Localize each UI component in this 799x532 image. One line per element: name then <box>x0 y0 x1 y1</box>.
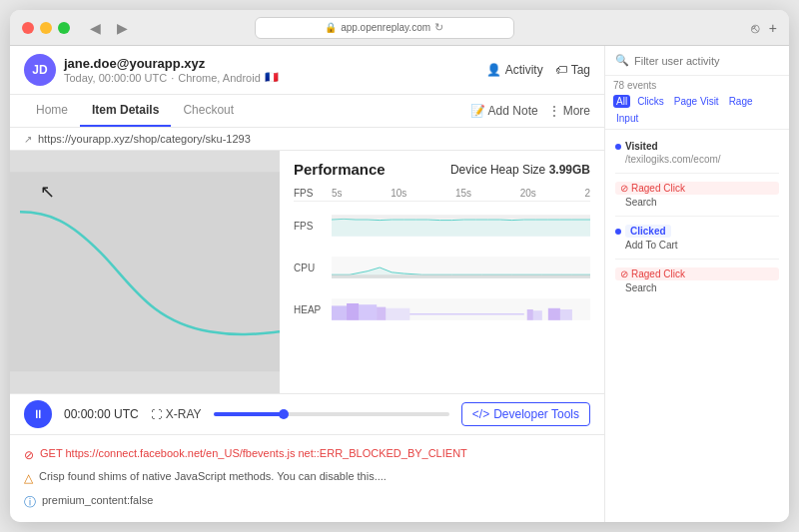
svg-rect-3 <box>332 215 590 219</box>
click-sub: Add To Cart <box>615 240 779 251</box>
svg-rect-11 <box>377 307 386 320</box>
xray-button[interactable]: ⛶ X-RAY <box>151 407 202 421</box>
event-rage-1: ⊘ Raged Click Search <box>605 177 789 213</box>
heap-chart <box>332 291 590 327</box>
event-divider-1 <box>615 173 779 174</box>
rage-icon-2: ⊘ <box>620 268 628 279</box>
svg-rect-14 <box>527 309 533 320</box>
search-input[interactable] <box>634 55 779 67</box>
video-pane: ↖ <box>10 151 280 393</box>
dots-icon: ⋮ <box>548 104 560 118</box>
session-info: JD jane.doe@yourapp.xyz Today, 00:00:00 … <box>24 54 279 86</box>
session-flag: 🇫🇷 <box>265 71 279 84</box>
fps-ruler-label: FPS <box>294 188 332 199</box>
playback-bar: ⏸ 00:00:00 UTC ⛶ X-RAY </> Developer Too… <box>10 393 604 434</box>
log-item-info: ⓘ premium_content:false <box>24 490 590 514</box>
error-icon: ⊘ <box>24 447 34 464</box>
rage-label-2: Raged Click <box>631 268 685 279</box>
tick-5s: 5s <box>332 188 343 199</box>
title-bar: ◀ ▶ 🔒 app.openreplay.com ↻ ⎋ + <box>10 10 789 46</box>
nav-tabs: Home Item Details Checkout 📝 Add Note ⋮ … <box>10 95 604 128</box>
fps-chart <box>332 208 590 244</box>
dev-tools-label: Developer Tools <box>493 407 579 421</box>
perf-header: Performance Device Heap Size 3.99GB <box>294 161 590 178</box>
log-text-error: GET https://connect.facebook.net/en_US/f… <box>40 446 467 461</box>
heap-value: 3.99GB <box>549 163 590 177</box>
filter-input[interactable]: Input <box>613 112 641 125</box>
cpu-label: CPU <box>294 263 332 273</box>
link-icon: ↗ <box>24 134 32 145</box>
svg-rect-16 <box>548 308 560 320</box>
panel-filter-row: 78 events All Clicks Page Visit Rage Inp… <box>605 76 789 130</box>
ruler-ticks: 5s 10s 15s 20s 2 <box>332 188 590 199</box>
right-panel: 🔍 78 events All Clicks Page Visit Rage I… <box>604 46 789 522</box>
tab-actions: 📝 Add Note ⋮ More <box>470 104 590 118</box>
svg-rect-12 <box>386 308 409 320</box>
tick-15s: 15s <box>455 188 471 199</box>
click-tag: Clicked <box>625 225 671 238</box>
pause-button[interactable]: ⏸ <box>24 400 52 428</box>
more-button[interactable]: ⋮ More <box>548 104 590 118</box>
info-icon: ⓘ <box>24 494 36 511</box>
panel-search: 🔍 <box>605 46 789 76</box>
svg-rect-15 <box>533 310 542 320</box>
svg-marker-2 <box>332 219 590 236</box>
tick-2: 2 <box>584 188 590 199</box>
activity-button[interactable]: 👤 Activity <box>486 63 543 77</box>
filter-rage[interactable]: Rage <box>726 95 756 108</box>
url-display: app.openreplay.com <box>341 22 430 33</box>
session-date: Today, 00:00:00 UTC <box>64 72 167 84</box>
toolbar-right: ⎋ + <box>751 20 777 36</box>
tag-button[interactable]: 🏷 Tag <box>555 63 590 77</box>
dev-tools-button[interactable]: </> Developer Tools <box>461 402 590 426</box>
player-area: JD jane.doe@yourapp.xyz Today, 00:00:00 … <box>10 46 604 522</box>
tick-10s: 10s <box>391 188 406 199</box>
cpu-chart <box>332 250 590 285</box>
close-button[interactable] <box>22 22 34 34</box>
event-visited-label: Visited <box>615 141 779 152</box>
filter-page-visit[interactable]: Page Visit <box>671 95 722 108</box>
svg-rect-10 <box>359 304 377 320</box>
event-divider-3 <box>615 259 779 260</box>
rage-tag-1: ⊘ Raged Click <box>615 182 779 195</box>
tag-label: Tag <box>571 63 590 77</box>
search-icon: 🔍 <box>615 54 629 67</box>
performance-pane: Performance Device Heap Size 3.99GB FPS … <box>280 151 604 393</box>
forward-button[interactable]: ▶ <box>113 18 132 38</box>
event-count: 78 events <box>613 80 781 91</box>
filter-clicks[interactable]: Clicks <box>634 95 667 108</box>
log-text-info: premium_content:false <box>42 493 153 508</box>
address-bar[interactable]: 🔒 app.openreplay.com ↻ <box>255 17 514 39</box>
rage-sub-2: Search <box>615 282 779 293</box>
maximize-button[interactable] <box>58 22 70 34</box>
share-button[interactable]: ⎋ <box>751 20 759 36</box>
tab-checkout[interactable]: Checkout <box>171 95 246 127</box>
session-actions: 👤 Activity 🏷 Tag <box>486 63 590 77</box>
timestamp: 00:00:00 UTC <box>64 407 139 421</box>
svg-rect-8 <box>332 305 347 319</box>
tab-home[interactable]: Home <box>24 95 80 127</box>
warn-icon: △ <box>24 470 33 487</box>
click-label: Clicked <box>615 225 779 238</box>
log-item-warn: △ Crisp found shims of native JavaScript… <box>24 466 590 490</box>
add-note-button[interactable]: 📝 Add Note <box>470 104 538 118</box>
rage-sub-1: Search <box>615 197 779 208</box>
session-separator: · <box>171 72 174 84</box>
back-button[interactable]: ◀ <box>86 18 105 38</box>
tab-item-details[interactable]: Item Details <box>80 95 171 127</box>
pause-icon: ⏸ <box>32 407 44 421</box>
new-tab-button[interactable]: + <box>769 20 777 36</box>
main-content: JD jane.doe@yourapp.xyz Today, 00:00:00 … <box>10 46 789 522</box>
filter-all[interactable]: All <box>613 95 630 108</box>
event-visited: Visited /texilogiks.com/ecom/ <box>605 136 789 170</box>
session-user: jane.doe@yourapp.xyz <box>64 56 279 71</box>
rage-label-1: Raged Click <box>631 183 685 194</box>
visited-dot <box>615 144 621 150</box>
browser-window: ◀ ▶ 🔒 app.openreplay.com ↻ ⎋ + JD jane.d… <box>10 10 789 522</box>
add-note-label: Add Note <box>488 104 538 118</box>
progress-track[interactable] <box>214 412 449 416</box>
minimize-button[interactable] <box>40 22 52 34</box>
session-browser: Chrome, Android <box>178 72 261 84</box>
session-meta: Today, 00:00:00 UTC · Chrome, Android 🇫🇷 <box>64 71 279 84</box>
progress-dot <box>279 409 289 419</box>
